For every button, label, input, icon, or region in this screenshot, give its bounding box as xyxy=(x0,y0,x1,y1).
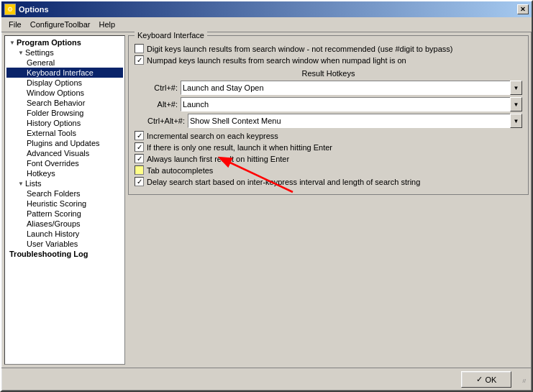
tree-settings[interactable]: ▼ Settings xyxy=(6,47,123,58)
resize-corner: // xyxy=(517,375,526,384)
always-launch-label: Always launch first result on hitting En… xyxy=(147,155,289,163)
title-bar: ⚙ Options ✕ xyxy=(1,1,532,17)
window-title: Options xyxy=(19,5,49,14)
title-controls: ✕ xyxy=(517,4,529,14)
expand-icon: ▼ xyxy=(18,181,24,187)
tree-hotkeys[interactable]: Hotkeys xyxy=(6,168,123,178)
delay-search-label: Delay search start based on inter-keypre… xyxy=(147,178,420,186)
tree-plugins-updates[interactable]: Plugins and Updates xyxy=(6,138,123,148)
options-window: ⚙ Options ✕ File ConfigureToolbar Help ▼… xyxy=(0,0,533,392)
tree-troubleshooting[interactable]: Troubleshooting Log xyxy=(6,249,123,259)
tree-general[interactable]: General xyxy=(6,58,123,68)
tree-display-options[interactable]: Display Options xyxy=(6,78,123,88)
always-launch-row: Always launch first result on hitting En… xyxy=(135,154,522,163)
hotkey-alt-select[interactable]: Launch and Stay Open Launch Show Shell C… xyxy=(181,97,522,111)
one-result-checkbox[interactable] xyxy=(135,142,144,152)
tab-autocomplete-label: Tab autocompletes xyxy=(147,166,213,175)
numpad-keys-row: Numpad keys launch results from search w… xyxy=(135,55,522,65)
menu-bar: File ConfigureToolbar Help xyxy=(1,17,532,32)
hotkey-alt-label: Alt+#: xyxy=(135,100,178,109)
delay-search-checkbox[interactable] xyxy=(135,177,144,186)
tree-font-overrides[interactable]: Font Overrides xyxy=(6,158,123,168)
tree-aliases-groups[interactable]: Aliases/Groups xyxy=(6,219,123,229)
checkboxes-section: Incremental search on each keypress If t… xyxy=(135,131,522,186)
digit-keys-row: Digit keys launch results from search wi… xyxy=(135,44,522,53)
incremental-search-label: Incremental search on each keypress xyxy=(147,132,278,140)
hotkey-ctrlalt-select-wrapper: Launch and Stay Open Launch Show Shell C… xyxy=(188,114,522,128)
tree-window-options[interactable]: Window Options xyxy=(6,88,123,98)
window-icon: ⚙ xyxy=(4,4,16,15)
hotkey-ctrlalt-label: Ctrl+Alt+#: xyxy=(135,117,185,125)
tab-autocomplete-checkbox[interactable] xyxy=(135,165,144,175)
expand-icon: ▼ xyxy=(18,50,24,56)
hotkeys-section: Result Hotkeys Ctrl+#: Launch and Stay O… xyxy=(135,69,522,128)
tree-search-behavior[interactable]: Search Behavior xyxy=(6,98,123,108)
hotkey-ctrl-row: Ctrl+#: Launch and Stay Open Launch Show… xyxy=(135,81,522,95)
bottom-bar: ✓ OK // xyxy=(1,368,532,391)
tree-launch-history[interactable]: Launch History xyxy=(6,229,123,239)
expand-icon: ▼ xyxy=(9,40,15,46)
tree-pattern-scoring[interactable]: Pattern Scoring xyxy=(6,209,123,219)
numpad-keys-label: Numpad keys launch results from search w… xyxy=(147,56,406,65)
tree-advanced-visuals[interactable]: Advanced Visuals xyxy=(6,148,123,158)
tree-user-variables[interactable]: User Variables xyxy=(6,239,123,249)
numpad-keys-checkbox[interactable] xyxy=(135,55,144,65)
incremental-search-row: Incremental search on each keypress xyxy=(135,131,522,140)
tree-history-options[interactable]: History Options xyxy=(6,118,123,128)
group-title: Keyboard Interface xyxy=(135,31,207,40)
digit-keys-checkbox[interactable] xyxy=(135,44,144,53)
hotkey-ctrlalt-row: Ctrl+Alt+#: Launch and Stay Open Launch … xyxy=(135,114,522,128)
tree-folder-browsing[interactable]: Folder Browsing xyxy=(6,108,123,118)
right-panel: Keyboard Interface Digit keys launch res… xyxy=(128,35,529,365)
title-bar-left: ⚙ Options xyxy=(4,4,49,15)
tree-program-options[interactable]: ▼ Program Options xyxy=(6,37,123,47)
tree-search-folders[interactable]: Search Folders xyxy=(6,188,123,199)
menu-file[interactable]: File xyxy=(4,19,26,30)
hotkeys-title: Result Hotkeys xyxy=(135,69,522,78)
hotkey-ctrlalt-select[interactable]: Launch and Stay Open Launch Show Shell C… xyxy=(188,114,522,128)
content-area: ▼ Program Options ▼ Settings General Key… xyxy=(1,32,532,368)
menu-configuretoolbar[interactable]: ConfigureToolbar xyxy=(26,19,95,30)
ok-icon: ✓ xyxy=(476,375,483,384)
hotkey-ctrl-select-wrapper: Launch and Stay Open Launch Show Shell C… xyxy=(181,81,522,95)
delay-search-row: Delay search start based on inter-keypre… xyxy=(135,177,522,186)
hotkey-alt-row: Alt+#: Launch and Stay Open Launch Show … xyxy=(135,97,522,111)
left-panel: ▼ Program Options ▼ Settings General Key… xyxy=(4,35,125,365)
tree-lists[interactable]: ▼ Lists xyxy=(6,178,123,188)
one-result-row: If there is only one result, launch it w… xyxy=(135,142,522,152)
keyboard-interface-group: Keyboard Interface Digit keys launch res… xyxy=(128,35,529,195)
digit-keys-label: Digit keys launch results from search wi… xyxy=(147,45,453,53)
hotkey-alt-select-wrapper: Launch and Stay Open Launch Show Shell C… xyxy=(181,97,522,111)
tree-external-tools[interactable]: External Tools xyxy=(6,128,123,138)
incremental-search-checkbox[interactable] xyxy=(135,131,144,140)
tree-heuristic-scoring[interactable]: Heuristic Scoring xyxy=(6,199,123,209)
hotkey-ctrl-label: Ctrl+#: xyxy=(135,83,178,92)
ok-label: OK xyxy=(486,375,497,384)
svg-line-1 xyxy=(221,158,293,192)
ok-button[interactable]: ✓ OK xyxy=(461,371,511,388)
tree-keyboard-interface[interactable]: Keyboard Interface xyxy=(6,68,123,78)
tab-autocomplete-row: Tab autocompletes xyxy=(135,165,522,175)
hotkey-ctrl-select[interactable]: Launch and Stay Open Launch Show Shell C… xyxy=(181,81,522,95)
always-launch-checkbox[interactable] xyxy=(135,154,144,163)
close-button[interactable]: ✕ xyxy=(517,4,529,14)
menu-help[interactable]: Help xyxy=(95,19,120,30)
one-result-label: If there is only one result, launch it w… xyxy=(147,143,332,152)
